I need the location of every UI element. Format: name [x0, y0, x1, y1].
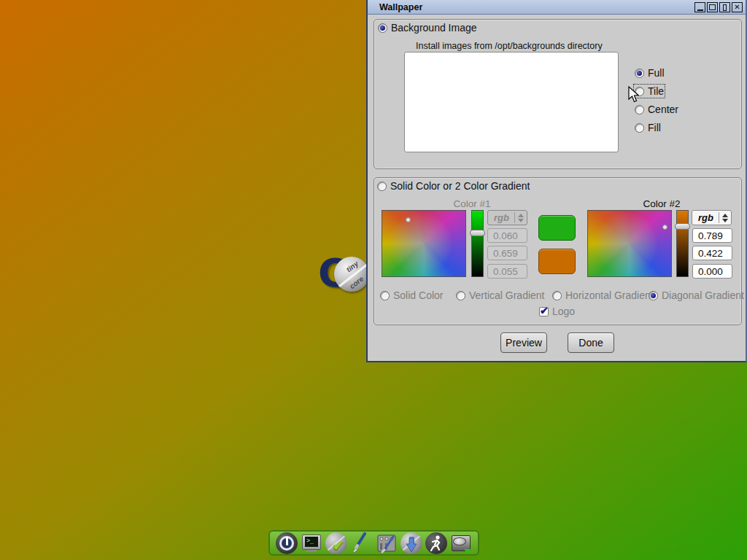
- logo-checkbox-label: Logo: [552, 306, 575, 317]
- style-horizontal-row[interactable]: Horizontal Gradient: [552, 289, 654, 301]
- solid-color-label: Solid Color or 2 Color Gradient: [390, 180, 530, 192]
- color1-picker-area[interactable]: [382, 210, 466, 277]
- background-image-listbox[interactable]: [404, 52, 619, 152]
- color1-mode-spinner[interactable]: [515, 214, 527, 222]
- color2-r-field[interactable]: [692, 228, 732, 243]
- mode-center-row[interactable]: Center: [635, 104, 678, 115]
- color1-picker-marker[interactable]: [406, 217, 411, 222]
- color1-mode-select[interactable]: rgb: [487, 210, 527, 225]
- mode-full-row[interactable]: Full: [635, 67, 665, 79]
- done-button[interactable]: Done: [568, 332, 614, 353]
- color1-g-field[interactable]: [487, 246, 527, 260]
- style-diagonal-row[interactable]: Diagonal Gradient: [649, 289, 744, 301]
- mode-center-label: Center: [648, 104, 678, 115]
- color2-title: Color #2: [625, 198, 698, 209]
- mode-center-radio[interactable]: [635, 105, 644, 114]
- power-icon[interactable]: [276, 532, 298, 554]
- mode-full-radio[interactable]: [635, 69, 644, 78]
- close-button[interactable]: ✕: [732, 2, 743, 12]
- dock: >_ ✔: [268, 530, 479, 556]
- color2-picker-area[interactable]: [587, 210, 672, 277]
- color1-b-field[interactable]: [487, 264, 527, 279]
- color1-value-slider[interactable]: [471, 210, 484, 277]
- color1-swatch[interactable]: [538, 215, 576, 241]
- mouse-cursor: [627, 86, 643, 104]
- tinycore-logo: C tiny core: [318, 252, 366, 295]
- paintbrush-icon[interactable]: [350, 532, 372, 554]
- mode-full-label: Full: [648, 67, 665, 79]
- download-icon[interactable]: [400, 532, 422, 554]
- control-panel-icon[interactable]: [376, 532, 398, 554]
- style-diagonal-label: Diagonal Gradient: [662, 289, 744, 301]
- style-solid-row[interactable]: Solid Color: [380, 289, 443, 301]
- preview-button[interactable]: Preview: [500, 332, 547, 353]
- logo-checkbox[interactable]: ✔: [539, 307, 549, 316]
- color1-slider-handle[interactable]: [470, 230, 485, 236]
- background-image-radio-row[interactable]: Background Image: [378, 22, 477, 34]
- install-hint-label: Install images from /opt/backgrounds dir…: [416, 41, 603, 51]
- solid-color-radio[interactable]: [377, 182, 387, 191]
- color2-mode-select[interactable]: rgb: [692, 210, 732, 225]
- mode-fill-row[interactable]: Fill: [635, 122, 661, 133]
- style-vertical-row[interactable]: Vertical Gradient: [456, 289, 545, 301]
- background-image-radio[interactable]: [378, 23, 387, 33]
- style-horizontal-label: Horizontal Gradient: [565, 289, 654, 301]
- solid-color-radio-row[interactable]: Solid Color or 2 Color Gradient: [377, 180, 530, 192]
- maximize-button[interactable]: [707, 2, 718, 12]
- tinycore-logo-sphere: tiny core: [334, 257, 369, 292]
- wallpaper-window: Wallpaper ✕ Background Image Install ima…: [366, 0, 747, 362]
- shade-button[interactable]: [719, 2, 730, 12]
- minimize-button[interactable]: [694, 2, 705, 12]
- style-solid-label: Solid Color: [393, 289, 443, 301]
- style-solid-radio[interactable]: [380, 291, 390, 300]
- run-icon[interactable]: [425, 532, 447, 554]
- mode-fill-label: Fill: [648, 122, 661, 133]
- window-title: Wallpaper: [379, 2, 422, 12]
- color2-b-field[interactable]: [692, 264, 732, 279]
- mode-fill-radio[interactable]: [635, 123, 644, 133]
- style-vertical-radio[interactable]: [456, 291, 465, 300]
- background-image-label: Background Image: [391, 22, 477, 34]
- color2-mode-spinner[interactable]: [719, 214, 731, 222]
- color2-swatch[interactable]: [538, 249, 576, 274]
- apps-check-icon[interactable]: ✔: [325, 532, 347, 554]
- desktop-background: C tiny core Wallpaper ✕ Background Image…: [0, 0, 747, 560]
- mode-tile-label: Tile: [648, 85, 664, 97]
- style-horizontal-radio[interactable]: [552, 291, 562, 300]
- style-diagonal-radio[interactable]: [649, 291, 658, 300]
- titlebar[interactable]: Wallpaper ✕: [368, 0, 746, 15]
- color2-g-field[interactable]: [692, 246, 732, 260]
- color2-picker-marker[interactable]: [662, 225, 667, 230]
- color2-mode-value: rgb: [692, 212, 719, 223]
- color1-r-field[interactable]: [487, 228, 527, 243]
- color1-title: Color #1: [432, 198, 512, 209]
- logo-checkbox-row[interactable]: ✔ Logo: [539, 306, 575, 317]
- color1-mode-value: rgb: [488, 212, 514, 223]
- mount-disk-icon[interactable]: [450, 532, 472, 554]
- style-vertical-label: Vertical Gradient: [469, 289, 545, 301]
- terminal-icon[interactable]: >_: [301, 532, 322, 554]
- color2-slider-handle[interactable]: [675, 223, 690, 230]
- color2-value-slider[interactable]: [676, 210, 689, 277]
